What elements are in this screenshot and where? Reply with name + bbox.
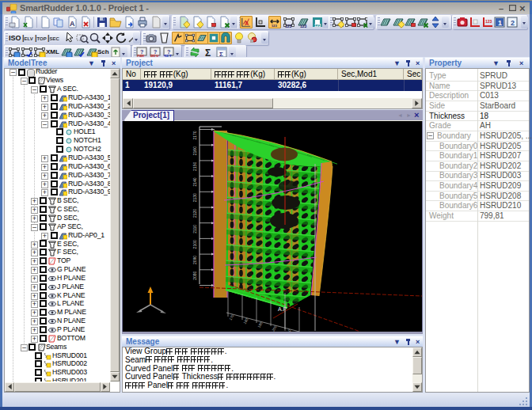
svg-text:1: 1 <box>498 19 502 27</box>
svg-text:?: ? <box>167 49 170 55</box>
svg-text:123: 123 <box>314 23 321 28</box>
svg-text:123: 123 <box>485 19 492 24</box>
svg-text:123: 123 <box>272 24 278 28</box>
svg-text:2170: 2170 <box>192 131 197 139</box>
svg-text:2080: 2080 <box>192 271 197 279</box>
svg-text:?: ? <box>154 49 157 55</box>
svg-text:2140: 2140 <box>192 177 197 186</box>
svg-text:2120: 2120 <box>192 209 197 218</box>
svg-text:2: 2 <box>511 19 515 27</box>
svg-text:A: A <box>70 20 75 28</box>
svg-text:A.P: A.P <box>278 306 287 312</box>
svg-text:2130: 2130 <box>192 193 197 202</box>
svg-text:2090: 2090 <box>192 256 197 264</box>
svg-text:2160: 2160 <box>192 146 197 155</box>
svg-text:2110: 2110 <box>192 225 197 233</box>
svg-text:?: ? <box>140 49 143 55</box>
svg-text:123: 123 <box>300 24 307 28</box>
svg-text:123: 123 <box>285 24 292 28</box>
svg-text:2100: 2100 <box>192 240 197 249</box>
svg-text:2150: 2150 <box>192 162 197 171</box>
svg-text:A: A <box>245 21 249 26</box>
